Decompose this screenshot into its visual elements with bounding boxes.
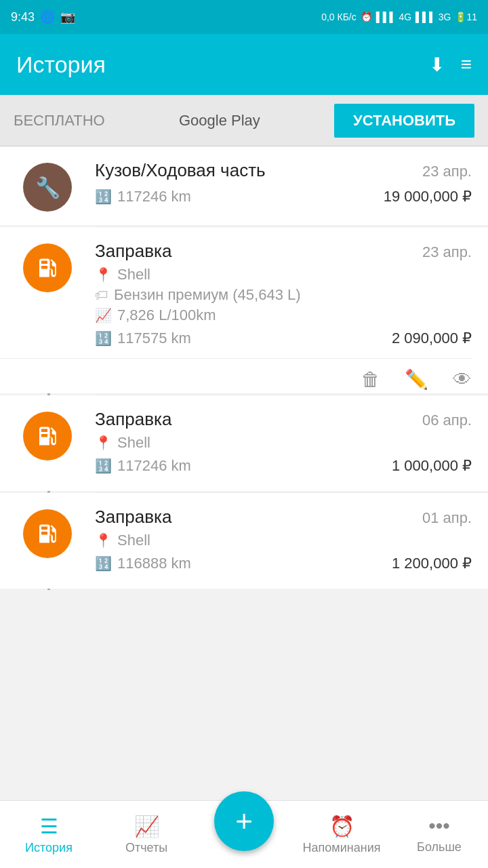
entry-icon-col [0, 409, 95, 460]
list-icon: ☰ [40, 814, 58, 838]
entry-date: 23 апр. [422, 243, 472, 261]
location-value: Shell [117, 266, 150, 283]
entry-amount: 1 200,000 ₽ [392, 555, 472, 572]
ad-source-label: Google Play [179, 112, 260, 130]
list-item: Заправка 01 апр. 📍 Shell 🔢 116888 km 1 2… [0, 493, 488, 589]
download-button[interactable]: ⬇ [429, 54, 445, 76]
view-button[interactable]: 👁 [453, 368, 472, 391]
entry-icon-col [0, 241, 95, 292]
entry-row: 🔢 117246 km 19 000,000 ₽ [95, 185, 472, 208]
entry-detail-odometer: 🔢 117246 km [95, 188, 191, 205]
alarm-icon: ⏰ [329, 814, 354, 838]
entry-amount: 2 090,000 ₽ [392, 330, 472, 347]
network-speed: 0,0 КБ/с [321, 12, 357, 22]
ad-banner: БЕСПЛАТНО Google Play УСТАНОВИТЬ [0, 95, 488, 146]
entry-header: Заправка 23 апр. [95, 241, 472, 262]
entry-detail-odometer: 🔢 117246 km [95, 457, 191, 475]
entry-date: 06 апр. [422, 412, 472, 429]
entry-detail-fuel-type: 🏷 Бензин премиум (45,643 L) [95, 286, 472, 304]
entry-title: Заправка [95, 507, 171, 528]
entry-amount: 1 000,000 ₽ [392, 457, 472, 475]
entry-amount: 19 000,000 ₽ [384, 188, 472, 205]
odometer-icon: 🔢 [95, 555, 112, 572]
entry-row: 🔢 117575 km 2 090,000 ₽ [95, 327, 472, 350]
entry-detail-location: 📍 Shell [95, 434, 472, 452]
entry-detail-odometer: 🔢 117575 km [95, 330, 191, 347]
connectivity-icon: 🌀 [40, 9, 55, 24]
consumption-value: 7,826 L/100km [117, 307, 216, 324]
location-value: Shell [117, 434, 150, 452]
fuel-type-value: Бензин премиум (45,643 L) [114, 286, 301, 304]
install-button[interactable]: УСТАНОВИТЬ [334, 104, 474, 138]
entry-detail-consumption: 📈 7,826 L/100km [95, 307, 472, 324]
ad-free-label: БЕСПЛАТНО [14, 112, 105, 130]
signal-3g: ▌▌▌ 3G [415, 12, 451, 22]
nav-reports[interactable]: 📈 Отчеты [98, 801, 195, 868]
nav-reminders[interactable]: ⏰ Напоминания [293, 801, 390, 868]
fuel-icon [23, 412, 72, 460]
list-item: Заправка 06 апр. 📍 Shell 🔢 117246 km 1 0… [0, 395, 488, 491]
page-title: История [16, 52, 106, 78]
location-icon: 📍 [95, 435, 112, 451]
location-value: Shell [117, 532, 150, 549]
bottom-nav: ☰ История 📈 Отчеты + ⏰ Напоминания ••• Б… [0, 800, 488, 868]
list-item: Заправка 23 апр. 📍 Shell 🏷 Бензин премиу… [0, 227, 488, 393]
location-icon: 📍 [95, 267, 112, 283]
battery-icon: 🔋11 [455, 12, 477, 22]
entry-main-row: Заправка 23 апр. 📍 Shell 🏷 Бензин премиу… [0, 241, 472, 350]
entry-content: Заправка 23 апр. 📍 Shell 🏷 Бензин премиу… [95, 241, 472, 350]
entry-title: Заправка [95, 241, 171, 262]
entry-content: Заправка 06 апр. 📍 Shell 🔢 117246 km 1 0… [95, 409, 472, 477]
filter-button[interactable]: ≡ [461, 54, 472, 75]
fuel-icon [23, 243, 72, 292]
app-bar: История ⬇ ≡ [0, 34, 488, 95]
odometer-value: 117575 km [117, 330, 191, 347]
nav-more[interactable]: ••• Больше [390, 801, 488, 868]
status-left: 9:43 🌀 📷 [11, 9, 75, 24]
entry-row: 🔢 116888 km 1 200,000 ₽ [95, 552, 472, 575]
odometer-value: 117246 km [117, 188, 191, 205]
nav-history-label: История [25, 841, 73, 855]
entry-header: Заправка 06 апр. [95, 409, 472, 430]
odometer-icon: 🔢 [95, 189, 112, 205]
location-icon: 📍 [95, 532, 112, 549]
delete-button[interactable]: 🗑 [361, 368, 380, 391]
nav-history[interactable]: ☰ История [0, 801, 98, 868]
alarm-icon: ⏰ [361, 12, 372, 22]
reports-icon: 📈 [134, 814, 159, 838]
more-icon: ••• [428, 814, 450, 837]
entry-header: Заправка 01 апр. [95, 507, 472, 528]
app-bar-actions: ⬇ ≡ [429, 54, 472, 76]
entry-content: Заправка 01 апр. 📍 Shell 🔢 116888 km 1 2… [95, 507, 472, 575]
nav-reminders-label: Напоминания [303, 841, 381, 855]
entry-detail-location: 📍 Shell [95, 266, 472, 283]
list-item: 🔧 Кузов/Ходовая часть 23 апр. 🔢 117246 k… [0, 146, 488, 225]
repair-icon: 🔧 [23, 163, 72, 212]
add-button[interactable]: + [214, 791, 274, 851]
entry-detail-odometer: 🔢 116888 km [95, 555, 191, 572]
nav-more-label: Больше [417, 840, 462, 854]
odometer-value: 116888 km [117, 555, 191, 572]
odometer-icon: 🔢 [95, 458, 112, 474]
entry-title: Кузов/Ходовая часть [95, 160, 266, 181]
entry-date: 01 апр. [422, 509, 472, 527]
entry-icon-col: 🔧 [0, 160, 95, 212]
entry-title: Заправка [95, 409, 171, 430]
nav-reports-label: Отчеты [125, 841, 167, 855]
camera-icon: 📷 [60, 9, 75, 24]
timeline: 🔧 Кузов/Ходовая часть 23 апр. 🔢 117246 k… [0, 146, 488, 644]
edit-button[interactable]: ✏️ [405, 368, 428, 391]
entry-content: Кузов/Ходовая часть 23 апр. 🔢 117246 km … [95, 160, 472, 208]
time-label: 9:43 [11, 10, 35, 24]
nav-add[interactable]: + [195, 801, 293, 868]
odometer-icon: 🔢 [95, 330, 112, 347]
entry-actions: 🗑 ✏️ 👁 [0, 358, 472, 393]
signal-4g: ▌▌▌ 4G [376, 12, 411, 22]
entry-detail-location: 📍 Shell [95, 532, 472, 549]
entry-icon-col [0, 507, 95, 558]
entry-date: 23 апр. [422, 163, 472, 180]
tag-icon: 🏷 [95, 288, 108, 303]
chart-icon: 📈 [95, 307, 112, 323]
entry-row: 🔢 117246 km 1 000,000 ₽ [95, 454, 472, 477]
status-right: 0,0 КБ/с ⏰ ▌▌▌ 4G ▌▌▌ 3G 🔋11 [321, 12, 477, 22]
